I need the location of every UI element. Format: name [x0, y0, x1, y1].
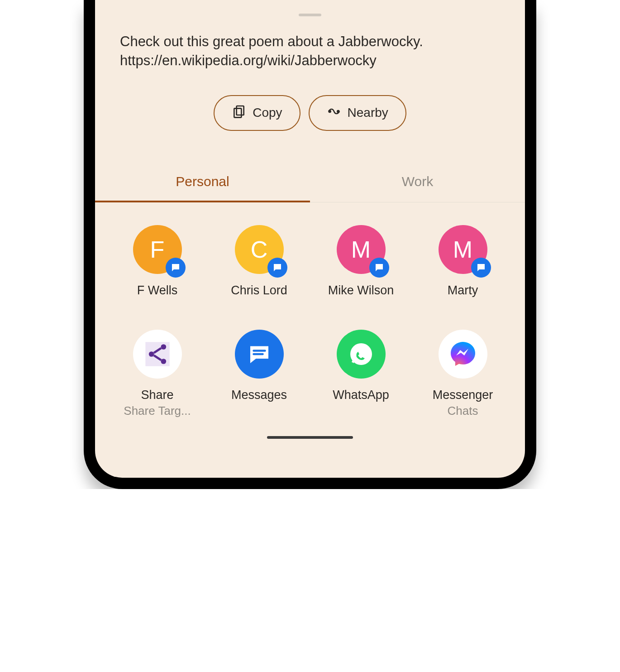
- tab-personal[interactable]: Personal: [95, 174, 310, 202]
- copy-button[interactable]: Copy: [214, 95, 300, 131]
- tab-work[interactable]: Work: [310, 174, 525, 202]
- avatar-initial: M: [453, 236, 472, 263]
- contact-name: Marty: [448, 283, 478, 298]
- app-name: Messages: [231, 388, 287, 403]
- app-name: Share: [141, 388, 173, 403]
- messages-icon: [235, 330, 284, 379]
- drag-handle[interactable]: [299, 14, 321, 16]
- copy-label: Copy: [253, 106, 282, 120]
- contact-tile[interactable]: C Chris Lord: [208, 225, 310, 298]
- app-name: Messenger: [433, 388, 493, 403]
- contact-name: Mike Wilson: [328, 283, 394, 298]
- profile-tabs: Personal Work: [95, 174, 525, 202]
- nearby-label: Nearby: [348, 106, 388, 120]
- share-text-line2: https://en.wikipedia.org/wiki/Jabberwock…: [120, 51, 500, 70]
- svg-point-6: [148, 352, 154, 357]
- share-icon: [133, 330, 182, 379]
- avatar-initial: M: [351, 236, 371, 263]
- svg-point-3: [337, 110, 339, 112]
- messages-badge-icon: [471, 258, 491, 278]
- share-targets-grid: F F Wells C Chris Lord: [95, 202, 525, 418]
- whatsapp-icon: [337, 330, 386, 379]
- navigation-bar-handle[interactable]: [267, 436, 353, 439]
- messages-badge-icon: [166, 258, 186, 278]
- nearby-icon: [327, 104, 341, 122]
- contact-name: F Wells: [137, 283, 178, 298]
- messages-badge-icon: [267, 258, 287, 278]
- app-tile-share[interactable]: Share Share Targ...: [106, 330, 208, 418]
- contact-name: Chris Lord: [231, 283, 287, 298]
- contact-tile[interactable]: M Marty: [412, 225, 514, 298]
- svg-rect-0: [237, 106, 244, 115]
- svg-rect-1: [234, 108, 242, 117]
- share-sheet: Check out this great poem about a Jabber…: [95, 0, 525, 478]
- nearby-button[interactable]: Nearby: [309, 95, 406, 131]
- app-tile-messages[interactable]: Messages: [208, 330, 310, 418]
- messenger-icon: [439, 330, 487, 379]
- copy-icon: [232, 104, 246, 122]
- app-sub: Chats: [448, 404, 478, 418]
- app-tile-whatsapp[interactable]: WhatsApp: [310, 330, 412, 418]
- svg-point-5: [161, 345, 166, 350]
- contact-tile[interactable]: F F Wells: [106, 225, 208, 298]
- action-row: Copy Nearby: [95, 95, 525, 131]
- app-name: WhatsApp: [333, 388, 389, 403]
- avatar-initial: C: [251, 236, 268, 263]
- phone-frame: Check out this great poem about a Jabber…: [84, 0, 536, 489]
- svg-point-2: [329, 110, 330, 112]
- tab-personal-label: Personal: [176, 174, 229, 189]
- app-tile-messenger[interactable]: Messenger Chats: [412, 330, 514, 418]
- app-sub: Share Targ...: [124, 404, 191, 418]
- share-text-line1: Check out this great poem about a Jabber…: [120, 32, 500, 51]
- avatar-initial: F: [150, 236, 165, 263]
- tab-work-label: Work: [402, 174, 433, 189]
- svg-point-7: [161, 359, 166, 365]
- share-preview-text: Check out this great poem about a Jabber…: [95, 32, 525, 70]
- messages-badge-icon: [369, 258, 389, 278]
- contact-tile[interactable]: M Mike Wilson: [310, 225, 412, 298]
